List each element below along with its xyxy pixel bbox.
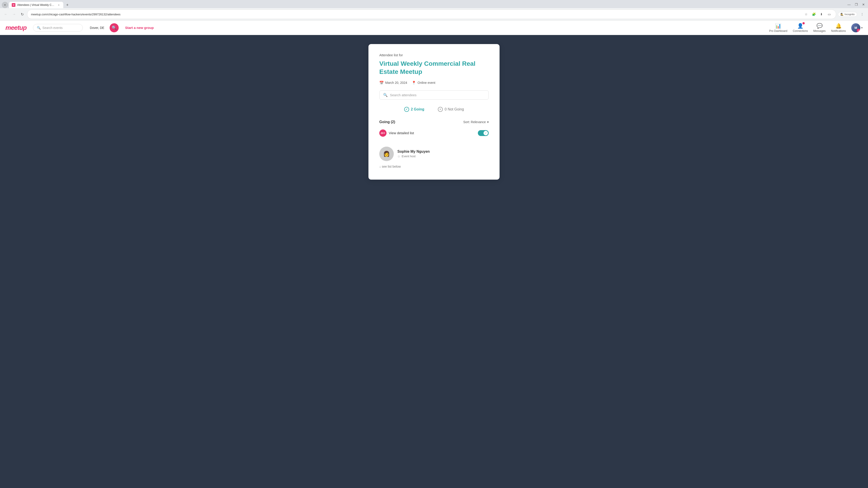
toggle-knob: ✓ xyxy=(484,131,488,135)
url-text: meetup.com/chicago-cashflow-hackers/even… xyxy=(31,13,121,16)
event-meta: 📅 March 20, 2024 📍 Online event xyxy=(379,80,489,85)
event-title: Virtual Weekly Commercial Real Estate Me… xyxy=(379,60,489,76)
incognito-label: Incognito xyxy=(844,13,855,15)
tab-bar: ▾ M Attendees | Virtual Weekly Com × + —… xyxy=(0,0,868,8)
tab-group-button[interactable]: ▾ xyxy=(2,2,8,8)
tab-title: Attendees | Virtual Weekly Com xyxy=(17,3,55,6)
event-date-item: 📅 March 20, 2024 xyxy=(379,80,407,85)
forward-button[interactable]: → xyxy=(11,11,17,18)
detailed-list-toggle[interactable]: ✓ xyxy=(478,130,489,136)
not-going-x-icon: ✕ xyxy=(438,107,443,112)
search-attendees-bar[interactable]: 🔍 Search attendees xyxy=(379,90,489,100)
url-bar[interactable]: meetup.com/chicago-cashflow-hackers/even… xyxy=(27,9,836,19)
maximize-button[interactable]: ❐ xyxy=(854,2,859,7)
new-tab-button[interactable]: + xyxy=(64,2,70,8)
extensions-button[interactable]: 🧩 xyxy=(811,11,817,18)
bookmark-button[interactable]: ☆ xyxy=(803,11,809,18)
see-list-label: ↓ see list below xyxy=(379,165,401,168)
screen-cast-button[interactable]: ▭ xyxy=(826,11,832,18)
detailed-list-left: m+ View detailed list xyxy=(379,129,414,137)
attendee-name: Sophie My Nguyen xyxy=(397,150,430,154)
reload-button[interactable]: ↻ xyxy=(19,11,25,18)
dashboard-icon: 📊 xyxy=(775,23,781,29)
detailed-list-row: m+ View detailed list ✓ xyxy=(379,129,489,138)
connections-icon: 👤 xyxy=(797,23,803,29)
going-section-header: Going (2) Sort: Relevance ▾ xyxy=(379,120,489,124)
address-bar: ← → ↻ meetup.com/chicago-cashflow-hacker… xyxy=(0,8,868,20)
avatar-initials: M xyxy=(855,26,857,30)
nav-pro-dashboard[interactable]: 📊 Pro Dashboard xyxy=(769,23,787,33)
attendee-list-label: Attendee list for xyxy=(379,53,489,57)
attendee-avatar[interactable]: 👩 xyxy=(379,147,394,161)
event-location: Online event xyxy=(417,81,435,85)
connections-badge xyxy=(802,22,805,24)
attendee-role-label: Event host xyxy=(402,155,415,158)
going-tab[interactable]: ✓ 2 Going xyxy=(404,107,425,112)
search-bar[interactable]: 🔍 Search events xyxy=(33,24,83,32)
header-nav: 📊 Pro Dashboard 👤 Connections 💬 Messages… xyxy=(769,23,863,33)
pro-badge: + xyxy=(857,29,860,32)
site-header: meetup 🔍 Search events Dover, DE 🔍 Start… xyxy=(0,21,868,35)
minimize-button[interactable]: — xyxy=(846,2,852,7)
detailed-list-label: View detailed list xyxy=(389,131,414,135)
location-display: Dover, DE xyxy=(90,26,104,30)
event-location-item: 📍 Online event xyxy=(412,80,435,85)
going-tab-label: 2 Going xyxy=(411,107,425,111)
attendee-row: 👩 Sophie My Nguyen ☆ Event host xyxy=(379,143,489,165)
sort-dropdown[interactable]: Sort: Relevance ▾ xyxy=(463,120,489,124)
incognito-badge: 🕵 Incognito xyxy=(838,12,857,17)
nav-messages[interactable]: 💬 Messages xyxy=(813,23,826,33)
search-placeholder: Search events xyxy=(42,26,63,30)
search-btn-icon: 🔍 xyxy=(112,25,117,30)
search-attendees-icon: 🔍 xyxy=(383,93,388,97)
see-list-below: ↓ see list below xyxy=(379,165,489,168)
not-going-tab[interactable]: ✕ 0 Not Going xyxy=(438,107,464,112)
avatar-emoji: 👩 xyxy=(383,151,390,157)
sort-label: Sort: Relevance xyxy=(463,120,486,124)
notifications-label: Notifications xyxy=(831,29,846,33)
messages-label: Messages xyxy=(813,29,826,33)
attendee-card: Attendee list for Virtual Weekly Commerc… xyxy=(368,44,500,180)
nav-notifications[interactable]: 🔔 Notifications xyxy=(831,23,846,33)
download-button[interactable]: ⬇ xyxy=(818,11,825,18)
window-controls: — ❐ ✕ xyxy=(846,2,866,8)
search-button[interactable]: 🔍 xyxy=(110,23,119,32)
search-attendees-placeholder: Search attendees xyxy=(390,93,416,97)
url-actions: ☆ 🧩 ⬇ ▭ xyxy=(803,11,832,18)
nav-connections[interactable]: 👤 Connections xyxy=(793,23,808,33)
toggle-check-icon: ✓ xyxy=(485,132,487,134)
star-icon: ☆ xyxy=(397,155,400,158)
avatar-chevron-icon: ▾ xyxy=(861,26,863,29)
notifications-icon: 🔔 xyxy=(835,23,842,29)
back-button[interactable]: ← xyxy=(3,11,9,18)
going-check-icon: ✓ xyxy=(404,107,409,112)
tab-close-button[interactable]: × xyxy=(57,3,61,7)
more-options-button[interactable]: ⋮ xyxy=(859,11,865,18)
meetup-logo[interactable]: meetup xyxy=(5,24,27,31)
meetup-plus-icon: m+ xyxy=(379,129,386,137)
not-going-tab-label: 0 Not Going xyxy=(445,107,464,111)
going-tabs: ✓ 2 Going ✕ 0 Not Going xyxy=(379,105,489,113)
location-icon: 📍 xyxy=(412,80,416,85)
tab-favicon: M xyxy=(12,3,16,7)
pro-dashboard-label: Pro Dashboard xyxy=(769,29,787,33)
user-avatar: M + xyxy=(851,23,860,32)
close-button[interactable]: ✕ xyxy=(861,2,866,7)
connections-label: Connections xyxy=(793,29,808,33)
start-group-link[interactable]: Start a new group xyxy=(125,26,154,30)
browser-chrome: ▾ M Attendees | Virtual Weekly Com × + —… xyxy=(0,0,868,21)
user-avatar-area[interactable]: M + ▾ xyxy=(851,23,863,32)
calendar-icon: 📅 xyxy=(379,80,384,85)
search-icon: 🔍 xyxy=(37,26,41,30)
going-section-title: Going (2) xyxy=(379,120,395,124)
active-tab[interactable]: M Attendees | Virtual Weekly Com × xyxy=(9,2,63,8)
incognito-icon: 🕵 xyxy=(840,13,844,16)
attendee-role: ☆ Event host xyxy=(397,155,430,158)
chevron-down-icon: ▾ xyxy=(4,3,6,6)
attendee-info: Sophie My Nguyen ☆ Event host xyxy=(397,150,430,158)
event-date: March 20, 2024 xyxy=(385,81,407,85)
messages-icon: 💬 xyxy=(816,23,823,29)
page-content: Attendee list for Virtual Weekly Commerc… xyxy=(0,35,868,488)
sort-chevron-icon: ▾ xyxy=(487,120,489,124)
